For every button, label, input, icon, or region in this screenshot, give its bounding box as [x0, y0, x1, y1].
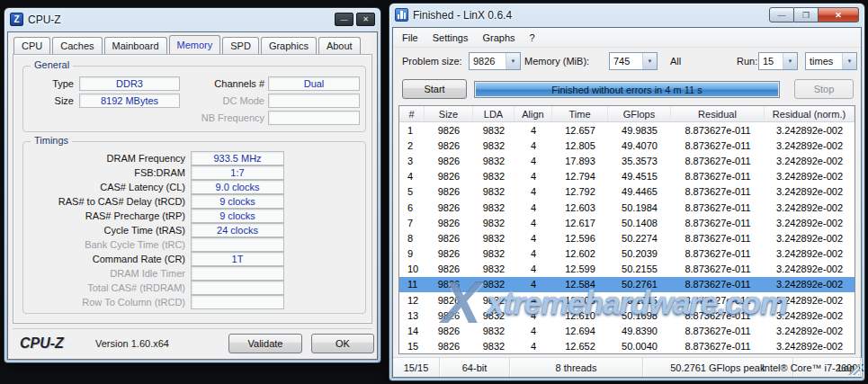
cell-size: 9826 — [425, 171, 473, 182]
close-icon[interactable]: ✕ — [356, 13, 375, 26]
cell-time: 12.596 — [552, 233, 608, 244]
timing-value: 24 clocks — [191, 223, 284, 237]
cell-index: 13 — [399, 310, 425, 321]
cell-gflops: 50.1915 — [608, 295, 671, 306]
status-segment: 64-bit — [440, 358, 510, 377]
cell-residual-norm: 3.242892e-002 — [765, 140, 855, 151]
cell-align: 4 — [515, 186, 552, 197]
run-count-select[interactable]: 15 ▼ — [758, 52, 798, 70]
timing-row: Row To Column (tRCD) — [23, 295, 365, 309]
cell-lda: 9832 — [473, 202, 515, 213]
cell-align: 4 — [515, 202, 552, 213]
minimize-icon[interactable]: — — [335, 13, 353, 26]
menu-item[interactable]: Settings — [425, 30, 476, 46]
table-row[interactable]: 12 9826 9832 4 12.605 50.1915 8.873627e-… — [399, 292, 855, 308]
column-header[interactable]: Residual (norm.) — [765, 106, 855, 121]
timing-label: CAS# Latency (CL) — [27, 182, 185, 192]
cpuz-tab[interactable]: Memory — [169, 35, 221, 54]
menu-item[interactable]: File — [395, 30, 425, 46]
cell-index: 9 — [399, 248, 425, 259]
memory-select[interactable]: 745 ▼ — [609, 52, 658, 70]
cell-residual: 8.873627e-011 — [671, 341, 765, 352]
table-row[interactable]: 6 9826 9832 4 12.603 50.1984 8.873627e-0… — [399, 200, 855, 215]
cell-lda: 9832 — [473, 171, 515, 182]
column-header[interactable]: LDA — [473, 106, 515, 121]
cpuz-tab[interactable]: About — [318, 37, 361, 54]
run-units-select[interactable]: times ▼ — [805, 52, 857, 70]
cell-gflops: 49.4465 — [608, 186, 671, 197]
cpuz-tab[interactable]: SPD — [222, 37, 259, 54]
table-row[interactable]: 13 9826 9832 4 12.610 50.1698 8.873627e-… — [399, 308, 855, 323]
table-row[interactable]: 11 9826 9832 4 12.584 50.2761 8.873627e-… — [399, 277, 855, 292]
run-label: Run: — [737, 56, 757, 67]
cell-lda: 9832 — [473, 248, 515, 259]
linx-window: Finished - LinX 0.6.4 — ❐ ✕ FileSettings… — [389, 3, 865, 381]
cell-residual-norm: 3.242892e-002 — [765, 233, 855, 244]
table-row[interactable]: 9 9826 9832 4 12.602 50.2039 8.873627e-0… — [399, 246, 855, 262]
close-icon[interactable]: ✕ — [819, 7, 859, 22]
table-row[interactable]: 10 9826 9832 4 12.599 50.2155 8.873627e-… — [399, 262, 855, 277]
table-row[interactable]: 8 9826 9832 4 12.596 50.2274 8.873627e-0… — [399, 230, 855, 246]
cpuz-tab[interactable]: Graphics — [261, 37, 317, 54]
table-row[interactable]: 4 9826 9832 4 12.794 49.4515 8.873627e-0… — [399, 169, 855, 184]
column-header[interactable]: Time — [552, 106, 608, 121]
timing-label: Row To Column (tRCD) — [27, 297, 185, 308]
cell-residual-norm: 3.242892e-002 — [765, 125, 855, 136]
cell-residual: 8.873627e-011 — [671, 310, 765, 321]
all-option[interactable]: All — [670, 56, 681, 67]
column-header[interactable]: GFlops — [608, 106, 671, 121]
chevron-down-icon[interactable]: ▼ — [506, 53, 520, 69]
cpuz-caption-buttons: — ✕ — [335, 13, 375, 26]
cell-size: 9826 — [425, 248, 473, 259]
cpuz-titlebar[interactable]: Z CPU-Z — ✕ — [4, 8, 380, 31]
cell-residual: 8.873627e-011 — [671, 233, 765, 244]
maximize-icon[interactable]: ❐ — [794, 7, 819, 22]
cell-index: 3 — [399, 156, 425, 166]
table-row[interactable]: 5 9826 9832 4 12.792 49.4465 8.873627e-0… — [399, 184, 855, 200]
cell-residual: 8.873627e-011 — [671, 326, 765, 336]
column-header[interactable]: Size — [425, 106, 473, 121]
timing-rows: DRAM Frequency 933.5 MHz FSB:DRAM 1:7 CA… — [23, 151, 365, 309]
cell-residual: 8.873627e-011 — [671, 248, 765, 259]
cell-residual-norm: 3.242892e-002 — [765, 186, 855, 197]
linx-app-icon — [395, 8, 408, 22]
cell-residual: 8.873627e-011 — [671, 171, 765, 182]
column-header[interactable]: Residual — [671, 106, 765, 121]
table-row[interactable]: 15 9826 9832 4 12.652 50.0040 8.873627e-… — [399, 339, 855, 354]
problem-size-select[interactable]: 9826 ▼ — [469, 52, 521, 70]
cell-residual-norm: 3.242892e-002 — [765, 263, 855, 274]
timing-label: DRAM Idle Timer — [27, 268, 185, 279]
table-row[interactable]: 7 9826 9832 4 12.617 50.1408 8.873627e-0… — [399, 215, 855, 230]
run-count-value: 15 — [759, 53, 783, 69]
minimize-icon[interactable]: — — [769, 7, 794, 22]
table-row[interactable]: 1 9826 9832 4 12.657 49.9835 8.873627e-0… — [399, 122, 855, 138]
timing-row: DRAM Idle Timer — [23, 266, 365, 281]
menu-item[interactable]: ? — [523, 30, 542, 46]
start-button[interactable]: Start — [402, 79, 467, 99]
cpuz-tab[interactable]: Caches — [52, 37, 102, 54]
problem-size-value: 9826 — [470, 53, 506, 69]
table-row[interactable]: 2 9826 9832 4 12.805 49.4070 8.873627e-0… — [399, 138, 855, 153]
menu-item[interactable]: Graphs — [475, 30, 522, 46]
cpuz-tab[interactable]: CPU — [13, 37, 50, 54]
validate-button[interactable]: Validate — [228, 334, 302, 353]
cell-align: 4 — [515, 156, 552, 166]
timing-row: Cycle Time (tRAS) 24 clocks — [23, 223, 365, 237]
cpuz-tab[interactable]: Mainboard — [104, 37, 167, 54]
table-row[interactable]: 14 9826 9832 4 12.694 49.8390 8.873627e-… — [399, 323, 855, 338]
column-header[interactable]: # — [399, 106, 425, 121]
timing-row: CAS# Latency (CL) 9.0 clocks — [23, 180, 365, 194]
ok-button[interactable]: OK — [311, 334, 374, 353]
table-row[interactable]: 3 9826 9832 4 17.893 35.3573 8.873627e-0… — [399, 153, 855, 168]
stop-button[interactable]: Stop — [794, 79, 854, 99]
linx-titlebar[interactable]: Finished - LinX 0.6.4 — ❐ ✕ — [389, 4, 864, 26]
column-header[interactable]: Align — [515, 106, 552, 121]
cell-time: 12.603 — [552, 202, 608, 213]
cell-time: 12.599 — [552, 263, 608, 274]
cell-time: 12.792 — [552, 186, 608, 197]
chevron-down-icon[interactable]: ▼ — [642, 53, 657, 69]
chevron-down-icon[interactable]: ▼ — [783, 53, 797, 69]
cell-lda: 9832 — [473, 279, 515, 290]
chevron-down-icon[interactable]: ▼ — [842, 53, 856, 69]
status-bar: 15/1564-bit8 threads50.2761 GFlops peakI… — [393, 357, 861, 377]
